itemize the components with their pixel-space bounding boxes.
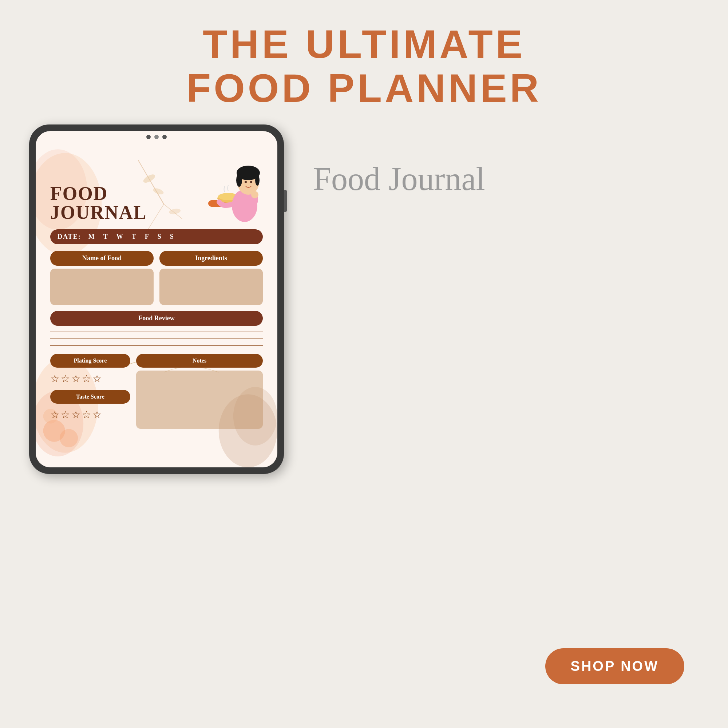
day-f: F <box>145 233 150 241</box>
plating-stars-row: ☆ ☆ ☆ ☆ ☆ <box>50 371 130 386</box>
camera-dot-2 <box>154 135 159 139</box>
taste-stars-row: ☆ ☆ ☆ ☆ ☆ <box>50 407 130 422</box>
power-button <box>284 190 287 212</box>
food-name-header: Name of Food <box>50 251 154 266</box>
date-days: M T W T F S S <box>89 233 174 241</box>
journal-title-line1: FOOD <box>50 184 147 203</box>
tablet-camera <box>146 135 167 139</box>
notes-box[interactable] <box>136 370 263 429</box>
content-row: FOOD JOURNAL <box>0 124 728 474</box>
day-s2: S <box>170 233 174 241</box>
review-line-1 <box>50 332 263 332</box>
journal-title-block: FOOD JOURNAL <box>50 184 147 222</box>
plating-star-5[interactable]: ☆ <box>92 373 102 385</box>
tablet-screen: FOOD JOURNAL <box>36 131 277 467</box>
shop-now-wrapper: SHOP NOW <box>545 648 684 684</box>
taste-star-2[interactable]: ☆ <box>61 409 70 421</box>
plating-star-2[interactable]: ☆ <box>61 373 70 385</box>
fields-row: Name of Food Ingredients <box>50 251 263 305</box>
date-label: DATE: <box>58 233 81 241</box>
taste-star-5[interactable]: ☆ <box>92 409 102 421</box>
shop-now-button[interactable]: SHOP NOW <box>545 648 684 684</box>
plating-score-header: Plating Score <box>50 354 130 368</box>
taste-score-header: Taste Score <box>50 390 130 404</box>
page-wrapper: THE ULTIMATE FOOD PLANNER <box>0 0 728 728</box>
ingredients-box[interactable] <box>159 269 263 305</box>
plating-star-4[interactable]: ☆ <box>82 373 91 385</box>
ingredients-header: Ingredients <box>159 251 263 266</box>
plating-star-1[interactable]: ☆ <box>50 373 59 385</box>
camera-dot-1 <box>146 135 151 139</box>
right-side: Food Journal <box>313 124 699 197</box>
title-line2: FOOD PLANNER <box>187 66 541 110</box>
svg-point-23 <box>245 181 247 183</box>
day-t2: T <box>132 233 137 241</box>
woman-illustration <box>197 153 263 222</box>
food-journal-cursive: Food Journal <box>313 161 485 197</box>
day-t: T <box>103 233 109 241</box>
review-lines <box>50 330 263 347</box>
plating-star-3[interactable]: ☆ <box>71 373 80 385</box>
journal-inner: FOOD JOURNAL <box>50 153 263 429</box>
tablet: FOOD JOURNAL <box>29 124 284 474</box>
tablet-wrapper: FOOD JOURNAL <box>29 124 284 474</box>
notes-section: Notes <box>136 354 263 429</box>
taste-star-4[interactable]: ☆ <box>82 409 91 421</box>
day-s: S <box>158 233 162 241</box>
svg-point-21 <box>236 174 242 187</box>
svg-point-25 <box>251 191 258 198</box>
day-m: M <box>89 233 95 241</box>
scores-left: Plating Score ☆ ☆ ☆ ☆ ☆ T <box>50 354 130 422</box>
scores-row: Plating Score ☆ ☆ ☆ ☆ ☆ T <box>50 354 263 429</box>
main-title-block: THE ULTIMATE FOOD PLANNER <box>187 22 541 110</box>
svg-point-22 <box>255 175 260 186</box>
notes-header: Notes <box>136 354 263 368</box>
taste-star-3[interactable]: ☆ <box>71 409 80 421</box>
food-review-header: Food Review <box>50 311 263 326</box>
title-line1: THE ULTIMATE <box>203 21 525 66</box>
journal-header: FOOD JOURNAL <box>50 153 263 222</box>
taste-star-1[interactable]: ☆ <box>50 409 59 421</box>
svg-point-24 <box>250 181 252 183</box>
ingredients-group: Ingredients <box>159 251 263 305</box>
food-name-box[interactable] <box>50 269 154 305</box>
journal-title-line2: JOURNAL <box>50 203 147 222</box>
food-name-group: Name of Food <box>50 251 154 305</box>
date-row: DATE: M T W T F S S <box>50 229 263 244</box>
page-title: THE ULTIMATE FOOD PLANNER <box>187 22 541 110</box>
camera-dot-3 <box>162 135 167 139</box>
day-w: W <box>116 233 124 241</box>
journal-content: FOOD JOURNAL <box>36 131 277 467</box>
review-line-3 <box>50 346 263 346</box>
review-line-2 <box>50 338 263 339</box>
